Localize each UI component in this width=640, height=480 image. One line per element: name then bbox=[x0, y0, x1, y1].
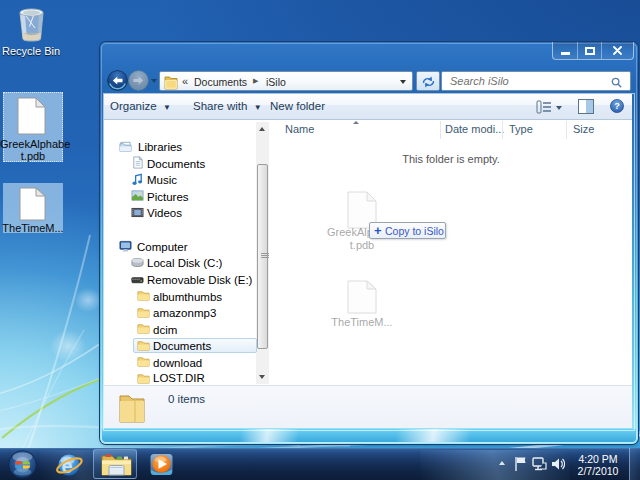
svg-text:?: ? bbox=[614, 101, 620, 111]
